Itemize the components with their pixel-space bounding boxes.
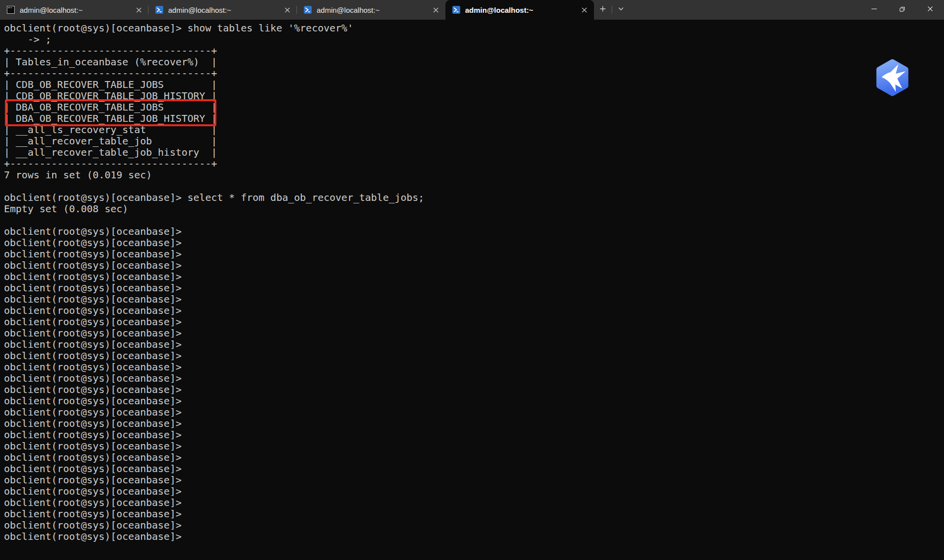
tab-close-button[interactable]	[281, 4, 293, 16]
powershell-icon	[155, 6, 163, 14]
terminal-line: obclient(root@sys)[oceanbase]>	[4, 362, 944, 373]
terminal-line: obclient(root@sys)[oceanbase]>	[4, 452, 944, 463]
cmd-icon	[7, 6, 15, 14]
terminal-line: obclient(root@sys)[oceanbase]>	[4, 508, 944, 520]
terminal-line: obclient(root@sys)[oceanbase]>	[4, 373, 944, 384]
terminal-line: | __all_recover_table_job_history |	[4, 147, 944, 158]
terminal-line: obclient(root@sys)[oceanbase]>	[4, 260, 944, 271]
tab-title: admin@localhost:~	[168, 6, 276, 14]
terminal-line: obclient(root@sys)[oceanbase]>	[4, 249, 944, 260]
xunlei-bird-icon[interactable]	[875, 59, 910, 98]
terminal-line: | __all_recover_table_job |	[4, 136, 944, 147]
terminal-line: Empty set (0.008 sec)	[4, 203, 944, 215]
terminal-line: 7 rows in set (0.019 sec)	[4, 169, 944, 181]
terminal-tab[interactable]: admin@localhost:~	[445, 0, 594, 20]
tab-title: admin@localhost:~	[20, 6, 128, 14]
terminal-line: obclient(root@sys)[oceanbase]>	[4, 531, 944, 542]
terminal-line: +----------------------------------+	[4, 68, 944, 79]
tab-title: admin@localhost:~	[317, 6, 425, 14]
tab-dropdown-button[interactable]	[612, 0, 630, 20]
tab-close-button[interactable]	[578, 4, 590, 16]
close-icon	[927, 5, 934, 14]
terminal-line: +----------------------------------+	[4, 45, 944, 56]
terminal-line: obclient(root@sys)[oceanbase]> show tabl…	[4, 23, 944, 34]
terminal-line: obclient(root@sys)[oceanbase]>	[4, 407, 944, 418]
tab-strip: admin@localhost:~admin@localhost:~admin@…	[0, 0, 594, 20]
terminal-line: obclient(root@sys)[oceanbase]>	[4, 475, 944, 486]
terminal-line: obclient(root@sys)[oceanbase]>	[4, 271, 944, 282]
terminal-line	[4, 215, 944, 226]
terminal-line: obclient(root@sys)[oceanbase]>	[4, 316, 944, 328]
terminal-line: obclient(root@sys)[oceanbase]>	[4, 384, 944, 395]
chevron-down-icon	[618, 5, 624, 14]
restore-button[interactable]	[888, 0, 916, 20]
new-tab-button[interactable]	[594, 0, 612, 20]
titlebar-drag-area[interactable]	[630, 0, 860, 20]
terminal-line: obclient(root@sys)[oceanbase]>	[4, 226, 944, 237]
terminal-line: obclient(root@sys)[oceanbase]>	[4, 350, 944, 362]
terminal-line: | Tables_in_oceanbase (%recover%) |	[4, 56, 944, 68]
tab-close-button[interactable]	[133, 4, 145, 16]
terminal-line: obclient(root@sys)[oceanbase]>	[4, 395, 944, 407]
terminal-line: obclient(root@sys)[oceanbase]>	[4, 305, 944, 316]
terminal-tab[interactable]: admin@localhost:~	[148, 0, 297, 20]
terminal-line: obclient(root@sys)[oceanbase]>	[4, 294, 944, 305]
terminal-line: obclient(root@sys)[oceanbase]> select * …	[4, 192, 944, 203]
terminal-line: obclient(root@sys)[oceanbase]>	[4, 429, 944, 441]
terminal-line: | CDB_OB_RECOVER_TABLE_JOBS |	[4, 79, 944, 90]
terminal-line	[4, 181, 944, 192]
terminal-line: +----------------------------------+	[4, 158, 944, 169]
close-window-button[interactable]	[916, 0, 944, 20]
highlight-annotation-box	[5, 99, 216, 126]
terminal-line: obclient(root@sys)[oceanbase]>	[4, 282, 944, 294]
terminal-line: obclient(root@sys)[oceanbase]>	[4, 497, 944, 508]
terminal-tab[interactable]: admin@localhost:~	[0, 0, 148, 20]
restore-icon	[899, 5, 906, 14]
terminal-line: obclient(root@sys)[oceanbase]>	[4, 520, 944, 531]
plus-icon	[599, 5, 607, 15]
terminal-line: obclient(root@sys)[oceanbase]>	[4, 441, 944, 452]
terminal-line: obclient(root@sys)[oceanbase]>	[4, 486, 944, 497]
terminal-tab[interactable]: admin@localhost:~	[297, 0, 445, 20]
terminal-line: obclient(root@sys)[oceanbase]>	[4, 463, 944, 475]
terminal-line: obclient(root@sys)[oceanbase]>	[4, 237, 944, 249]
terminal-line: -> ;	[4, 34, 944, 45]
terminal-line: obclient(root@sys)[oceanbase]>	[4, 328, 944, 339]
minimize-button[interactable]	[860, 0, 888, 20]
terminal-line: obclient(root@sys)[oceanbase]>	[4, 418, 944, 429]
powershell-icon	[304, 6, 312, 14]
minimize-icon	[871, 5, 878, 14]
tab-close-button[interactable]	[430, 4, 442, 16]
titlebar[interactable]: admin@localhost:~admin@localhost:~admin@…	[0, 0, 944, 20]
tab-title: admin@localhost:~	[465, 6, 573, 14]
powershell-icon	[452, 6, 460, 14]
terminal-line: obclient(root@sys)[oceanbase]>	[4, 339, 944, 350]
